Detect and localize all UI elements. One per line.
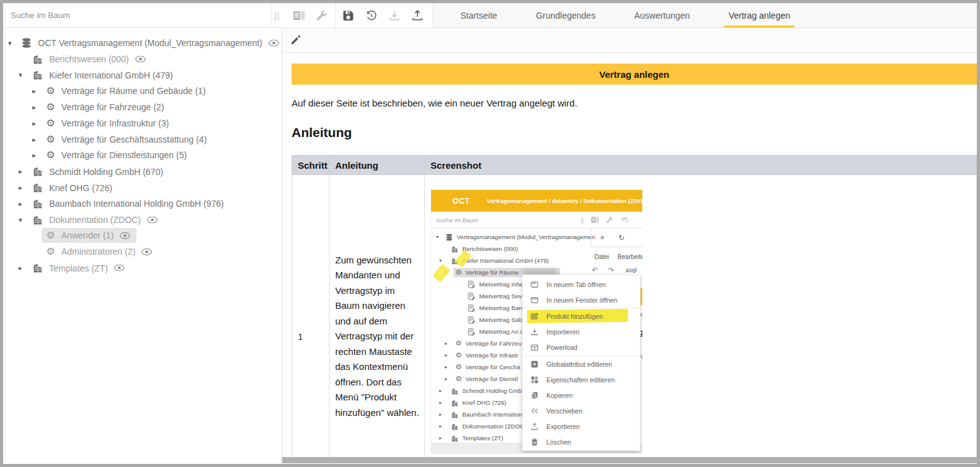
tab-vertrag-anlegen[interactable]: Vertrag anlegen bbox=[709, 3, 809, 27]
tree-item-content[interactable]: Schmidt Holding GmbH (670) bbox=[28, 164, 169, 179]
tree-item-content[interactable]: ⚙Verträge für Fahrzeuge (2) bbox=[42, 100, 170, 115]
sidebar-item[interactable]: ▾Dokumentation (ZDOC) bbox=[3, 212, 282, 228]
menu-item-bearbeiten: Bearbeiten bbox=[617, 253, 642, 260]
screenshot-tree-item-content: Dokumentation (ZDOC bbox=[449, 422, 528, 432]
tree-item-content[interactable]: ⚙Verträge für Dienstleistungen (5) bbox=[42, 148, 193, 163]
tree-item-content[interactable]: ⚙Verträge für Räume und Gebäude (1) bbox=[42, 83, 212, 98]
tree-item-content[interactable]: Kiefer International GmbH (479) bbox=[28, 67, 179, 83]
expand-arrow-right-icon[interactable]: ▸ bbox=[19, 184, 22, 191]
details-panel-button[interactable] bbox=[288, 3, 310, 28]
context-menu: In neuem Tab öffnenIn neuem Fenster öffn… bbox=[522, 275, 640, 451]
edit-pencil-icon[interactable] bbox=[290, 35, 301, 45]
expand-arrow-down-icon[interactable]: ▾ bbox=[19, 72, 22, 78]
save-button[interactable] bbox=[338, 3, 359, 28]
tree-item-content[interactable]: Baumbach International Holding GmbH (976… bbox=[28, 196, 230, 211]
context-menu-item: Importieren bbox=[523, 324, 640, 340]
sidebar-item[interactable]: ▾Kiefer International GmbH (479) bbox=[3, 67, 282, 83]
screenshot-tree-item-content: Mietvertrag An de bbox=[466, 327, 530, 337]
tree-item-content[interactable]: Berichtswesen (000) bbox=[28, 51, 152, 67]
screenshot-tree-item-label: Verträge für Infrastr bbox=[465, 352, 518, 359]
splitter-grip-icon: || bbox=[581, 217, 584, 224]
history-button[interactable] bbox=[361, 3, 382, 28]
expand-arrow-down-icon[interactable]: ▾ bbox=[19, 216, 22, 223]
sidebar-item[interactable]: ▸Schmidt Holding GmbH (670) bbox=[3, 163, 282, 179]
sidebar-item[interactable]: Berichtswesen (000) bbox=[3, 51, 282, 67]
sidebar-item[interactable]: ▸⚙Verträge für Infrastruktur (3) bbox=[3, 115, 282, 131]
app-window: || StartseiteGrundlegendesAuswertungenVe… bbox=[3, 3, 977, 464]
search-input[interactable] bbox=[3, 3, 271, 27]
tree-item-content[interactable]: Dokumentation (ZDOC) bbox=[28, 212, 164, 227]
tree-item-content[interactable]: ⚙Verträge für Infrastruktur (3) bbox=[42, 116, 175, 131]
building-icon bbox=[32, 166, 43, 177]
sidebar-item[interactable]: ⚙Anwender (1) bbox=[3, 228, 282, 244]
tab-startseite[interactable]: Startseite bbox=[441, 3, 516, 27]
expand-arrow-down-icon: ▾ bbox=[439, 258, 442, 263]
expand-arrow-down-icon: ▾ bbox=[436, 235, 439, 240]
tree-item-content[interactable]: ⚙Verträge für Geschäftsausstattung (4) bbox=[42, 132, 213, 147]
screenshot-toolbar-icons: || bbox=[581, 212, 629, 228]
table-header-screenshot: Screenshot bbox=[425, 156, 977, 175]
expand-arrow-right-icon[interactable]: ▸ bbox=[19, 168, 22, 175]
sidebar-item[interactable]: ▸⚙Verträge für Geschäftsausstattung (4) bbox=[3, 131, 282, 148]
sidebar-item[interactable]: ▸⚙Verträge für Fahrzeuge (2) bbox=[3, 99, 282, 115]
building-icon bbox=[32, 214, 43, 225]
tree-item-content[interactable]: ⚙Anwender (1) bbox=[42, 228, 136, 243]
eye-icon[interactable] bbox=[114, 265, 125, 271]
tab-label: Vertrag anlegen bbox=[728, 11, 790, 21]
tree-item-content[interactable]: Knef OHG (726) bbox=[28, 180, 118, 196]
expand-arrow-right-icon[interactable]: ▸ bbox=[32, 136, 36, 143]
building-icon bbox=[451, 435, 459, 442]
expand-arrow-right-icon: ▸ bbox=[439, 424, 442, 429]
screenshot-tree-item-content: ⚙Verträge für Dienstl bbox=[454, 374, 521, 384]
instruction-table: SchrittAnleitungScreenshot 1 Zum gewünsc… bbox=[292, 155, 977, 463]
tab-grundlegendes[interactable]: Grundlegendes bbox=[516, 3, 615, 27]
sidebar-item[interactable]: ▸Templates (ZT) bbox=[3, 260, 282, 276]
sidebar-item[interactable]: ▸⚙Verträge für Räume und Gebäude (1) bbox=[3, 83, 282, 99]
expand-arrow-right-icon[interactable]: ▸ bbox=[32, 104, 36, 111]
screenshot-tree-item-content: ⚙Verträge für Geschä bbox=[454, 362, 523, 372]
expand-arrow-right-icon: ▸ bbox=[439, 389, 442, 394]
page-toolbar bbox=[282, 28, 977, 53]
expand-arrow-down-icon[interactable]: ▾ bbox=[8, 39, 12, 46]
document-body: Vertrag anlegen Auf dieser Seite ist bes… bbox=[282, 53, 977, 463]
expand-arrow-right-icon[interactable]: ▸ bbox=[32, 152, 36, 159]
eye-icon[interactable] bbox=[141, 248, 152, 255]
wrench-button[interactable] bbox=[312, 3, 333, 28]
tab-bar: StartseiteGrundlegendesAuswertungenVertr… bbox=[433, 3, 977, 27]
expand-arrow-right-icon[interactable]: ▸ bbox=[32, 88, 36, 95]
tree-item-content[interactable]: OCT Vertragsmanagement (Modul_Vertragsma… bbox=[17, 35, 282, 50]
sidebar-item[interactable]: ▸⚙Verträge für Dienstleistungen (5) bbox=[3, 148, 282, 164]
sidebar-item[interactable]: ▸Baumbach International Holding GmbH (97… bbox=[3, 196, 282, 212]
sidebar-item[interactable]: ⚙Administratoren (2) bbox=[3, 243, 282, 260]
sidebar-item[interactable]: ▾OCT Vertragsmanagement (Modul_Vertragsm… bbox=[3, 35, 282, 51]
download-button bbox=[384, 3, 405, 28]
expand-arrow-right-icon[interactable]: ▸ bbox=[32, 120, 36, 126]
tree-toolbar: || bbox=[3, 3, 433, 27]
screenshot-tree-item-label: Dokumentation (ZDOC bbox=[462, 423, 525, 430]
splitter-grip-icon[interactable]: || bbox=[271, 3, 284, 27]
sidebar-item[interactable]: ▸Knef OHG (726) bbox=[3, 179, 282, 196]
horizontal-scrollbar[interactable] bbox=[282, 457, 977, 463]
context-menu-item: Verschieben bbox=[523, 403, 640, 419]
building-icon bbox=[32, 182, 43, 193]
upload-button[interactable] bbox=[407, 3, 428, 28]
doc-icon bbox=[468, 293, 475, 300]
grid-plus-icon bbox=[531, 313, 538, 320]
building-icon bbox=[32, 70, 43, 80]
expand-arrow-right-icon: ▸ bbox=[439, 436, 442, 441]
expand-arrow-right-icon[interactable]: ▸ bbox=[19, 200, 22, 207]
tree-item-content[interactable]: ⚙Administratoren (2) bbox=[42, 244, 158, 259]
screenshot-tree-item-label: Baumbach Internation bbox=[462, 411, 522, 418]
eye-icon[interactable] bbox=[135, 55, 146, 62]
eye-icon[interactable] bbox=[120, 232, 130, 239]
expand-arrow-right-icon: ▸ bbox=[445, 365, 447, 370]
building-icon bbox=[451, 411, 459, 418]
tab-auswertungen[interactable]: Auswertungen bbox=[615, 3, 710, 27]
screenshot-tree-item-content: Mietvertrag Salzs bbox=[466, 315, 530, 325]
content-pane: Vertrag anlegen Auf dieser Seite ist bes… bbox=[282, 28, 977, 463]
tree-item-content[interactable]: Templates (ZT) bbox=[28, 260, 131, 276]
gear-icon: ⚙ bbox=[46, 230, 55, 240]
eye-icon[interactable] bbox=[147, 216, 158, 223]
eye-icon[interactable] bbox=[269, 39, 279, 46]
expand-arrow-right-icon[interactable]: ▸ bbox=[19, 265, 22, 271]
